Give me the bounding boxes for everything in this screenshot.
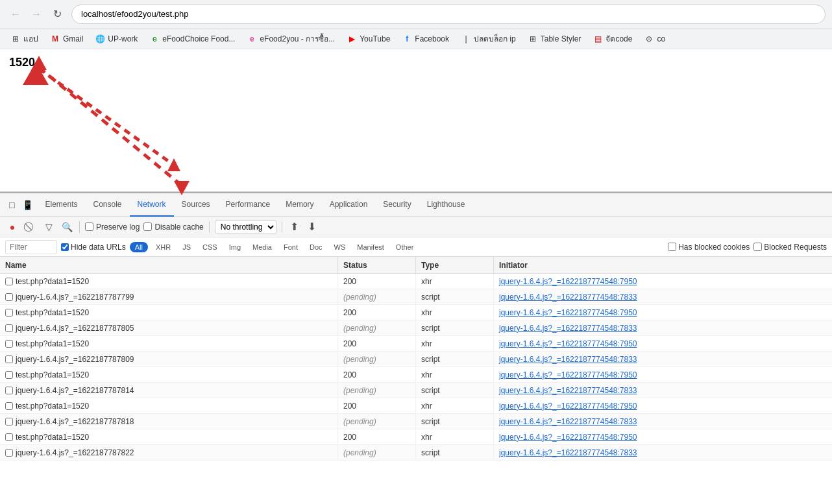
table-row[interactable]: test.php?data1=1520 200 xhr jquery-1.6.4… [0,398,832,414]
blocked-requests-label[interactable]: Blocked Requests [753,243,827,252]
row-checkbox[interactable] [5,449,13,457]
row-checkbox[interactable] [5,433,13,441]
tab-console[interactable]: Console [86,193,130,217]
row-checkbox[interactable] [5,309,13,317]
table-row[interactable]: jquery-1.6.4.js?_=1622187787818 (pending… [0,414,832,429]
row-checkbox[interactable] [5,293,13,301]
tab-sources[interactable]: Sources [174,193,218,217]
device-toolbar-icon[interactable]: 📱 [18,193,37,217]
row-checkbox[interactable] [5,387,13,394]
tab-network[interactable]: Network [130,193,174,217]
filter-type-all[interactable]: All [130,242,148,252]
tab-performance[interactable]: Performance [218,193,278,217]
td-initiator[interactable]: jquery-1.6.4.js?_=1622187774548:7833 [494,352,832,366]
bookmark-gmail[interactable]: M Gmail [45,32,88,46]
tab-application[interactable]: Application [322,193,376,217]
forward-button[interactable]: → [27,5,45,23]
td-initiator[interactable]: jquery-1.6.4.js?_=1622187774548:7950 [494,429,832,444]
tab-elements[interactable]: Elements [37,193,85,217]
tab-memory[interactable]: Memory [278,193,321,217]
table-row[interactable]: test.php?data1=1520 200 xhr jquery-1.6.4… [0,367,832,383]
td-initiator[interactable]: jquery-1.6.4.js?_=1622187774548:7833 [494,320,832,335]
reload-button[interactable]: ↻ [48,5,66,23]
bookmark-efoodchoice[interactable]: e eFoodChoice Food... [144,32,240,46]
bookmark-youtube[interactable]: ▶ YouTube [341,32,395,46]
td-initiator[interactable]: jquery-1.6.4.js?_=1622187774548:7950 [494,398,832,413]
row-checkbox[interactable] [5,340,13,348]
th-status[interactable]: Status [338,257,416,273]
row-checkbox[interactable] [5,278,13,285]
filter-input[interactable] [5,240,57,254]
has-blocked-cookies-label[interactable]: Has blocked cookies [668,243,750,252]
td-initiator[interactable]: jquery-1.6.4.js?_=1622187774548:7833 [494,414,832,429]
hide-data-urls-checkbox[interactable] [61,243,69,251]
table-row[interactable]: jquery-1.6.4.js?_=1622187787822 (pending… [0,445,832,461]
back-button[interactable]: ← [6,5,25,23]
row-checkbox[interactable] [5,371,13,379]
import-button[interactable]: ⬆ [288,219,301,234]
filter-type-img[interactable]: Img [225,242,245,252]
hide-data-urls-label[interactable]: Hide data URLs [61,243,126,252]
filter-type-font[interactable]: Font [280,242,302,252]
preserve-log-label[interactable]: Preserve log [85,222,140,232]
nav-buttons: ← → ↻ [6,5,66,23]
filter-type-css[interactable]: CSS [199,242,221,252]
filter-type-js[interactable]: JS [178,242,195,252]
search-button[interactable]: 🔍 [60,220,74,234]
has-blocked-cookies-checkbox[interactable] [668,243,676,251]
td-initiator[interactable]: jquery-1.6.4.js?_=1622187774548:7833 [494,445,832,460]
inspect-element-icon[interactable]: □ [5,193,18,217]
filter-type-ws[interactable]: WS [330,242,350,252]
table-row[interactable]: jquery-1.6.4.js?_=1622187787814 (pending… [0,383,832,398]
filter-type-manifest[interactable]: Manifest [353,242,388,252]
bookmark-jadecode[interactable]: ▤ จัดcode [587,30,637,47]
preserve-log-checkbox[interactable] [85,222,93,231]
table-row[interactable]: jquery-1.6.4.js?_=1622187787809 (pending… [0,352,832,367]
row-checkbox[interactable] [5,402,13,410]
table-row[interactable]: jquery-1.6.4.js?_=1622187787799 (pending… [0,289,832,305]
bookmark-upwork[interactable]: 🌐 UP-work [90,32,143,46]
tab-security[interactable]: Security [375,193,419,217]
td-type: xhr [416,274,494,289]
export-button[interactable]: ⬇ [305,219,319,234]
table-row[interactable]: test.php?data1=1520 200 xhr jquery-1.6.4… [0,336,832,352]
row-checkbox[interactable] [5,355,13,363]
disable-cache-checkbox[interactable] [143,222,152,231]
td-initiator[interactable]: jquery-1.6.4.js?_=1622187774548:7950 [494,305,832,320]
filter-type-other[interactable]: Other [392,242,418,252]
bookmark-efood2you[interactable]: e eFood2you - การซื้อ... [241,30,340,47]
table-row[interactable]: test.php?data1=1520 200 xhr jquery-1.6.4… [0,305,832,320]
record-button[interactable]: ● [5,220,19,234]
blocked-requests-checkbox[interactable] [753,243,762,251]
filter-type-doc[interactable]: Doc [306,242,326,252]
filter-type-xhr[interactable]: XHR [152,242,175,252]
tab-lighthouse[interactable]: Lighthouse [419,193,473,217]
devtools-panel: □ 📱 Elements Console Network Sources Per… [0,192,832,504]
bookmark-facebook-label: Facebook [415,34,449,43]
td-initiator[interactable]: jquery-1.6.4.js?_=1622187774548:7833 [494,289,832,304]
th-name[interactable]: Name [0,257,338,273]
filter-icon[interactable]: ▽ [42,220,56,234]
disable-cache-label[interactable]: Disable cache [143,222,203,232]
bookmark-github[interactable]: ⊙ co [639,32,670,46]
td-initiator[interactable]: jquery-1.6.4.js?_=1622187774548:7950 [494,336,832,351]
table-row[interactable]: jquery-1.6.4.js?_=1622187787805 (pending… [0,320,832,336]
filter-type-media[interactable]: Media [249,242,276,252]
td-initiator[interactable]: jquery-1.6.4.js?_=1622187774548:7950 [494,274,832,289]
td-initiator[interactable]: jquery-1.6.4.js?_=1622187774548:7950 [494,367,832,382]
bookmark-facebook[interactable]: f Facebook [397,32,454,46]
row-checkbox[interactable] [5,418,13,426]
throttling-select[interactable]: No throttling [215,220,276,234]
clear-button[interactable]: ⃠ [23,220,38,234]
bookmark-apps[interactable]: ⊞ แอป [5,30,43,47]
td-initiator[interactable]: jquery-1.6.4.js?_=1622187774548:7833 [494,383,832,398]
address-bar[interactable] [71,5,826,24]
th-type[interactable]: Type [416,257,494,273]
table-row[interactable]: test.php?data1=1520 200 xhr jquery-1.6.4… [0,274,832,289]
th-initiator[interactable]: Initiator [494,257,832,273]
table-row[interactable]: test.php?data1=1520 200 xhr jquery-1.6.4… [0,429,832,445]
row-checkbox[interactable] [5,324,13,332]
bookmark-tablestyler[interactable]: ⊞ Table Styler [522,32,587,46]
bookmark-blockip[interactable]: | ปลดบล็อก ip [456,30,521,47]
td-name: jquery-1.6.4.js?_=1622187787822 [0,445,338,460]
